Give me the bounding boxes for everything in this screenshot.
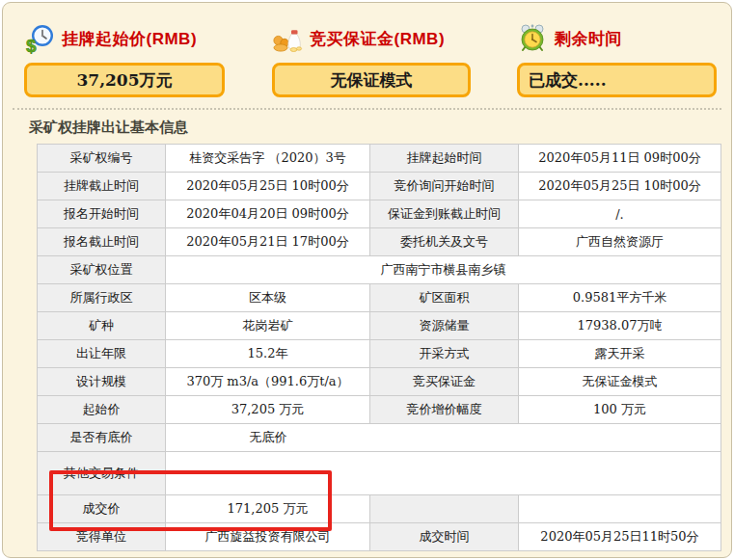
row-label-cell: 所属行政区 xyxy=(38,284,166,312)
row-value-cell: 15.2年 xyxy=(166,340,370,368)
row-label-cell: 矿种 xyxy=(38,312,166,340)
row-value-cell: 2020年05月25日11时50分 xyxy=(519,523,721,551)
row-value-cell: 2020年05月11日 09时00分 xyxy=(519,145,721,173)
table-row: 采矿权位置广西南宁市横县南乡镇 xyxy=(38,256,721,284)
row-value-cell: 171,205 万元 xyxy=(166,495,370,523)
remaining-time-section: 剩余时间 已成交..... xyxy=(517,20,717,97)
table-row: 报名截止时间2020年05月21日 17时00分委托机关及文号广西自然资源厅 xyxy=(38,228,721,256)
row-label-cell: 竞价询问开始时间 xyxy=(370,173,519,200)
row-value-cell xyxy=(166,452,721,495)
row-label-cell: 成交时间 xyxy=(370,523,519,551)
deposit-money-bag-icon xyxy=(272,23,303,54)
deposit-header: 竞买保证金(RMB) xyxy=(272,20,471,57)
row-value-cell: 2020年05月25日 10时00分 xyxy=(166,173,370,200)
start-price-section: $ 挂牌起始价(RMB) 37,205万元 xyxy=(24,20,225,97)
row-label-cell: 挂牌起始时间 xyxy=(370,145,519,173)
row-value-cell: 0.9581平方千米 xyxy=(519,284,721,312)
row-label-cell: 竞得单位 xyxy=(38,523,166,551)
deposit-section: 竞买保证金(RMB) 无保证模式 xyxy=(272,20,471,97)
table-row: 其他交易条件 xyxy=(38,452,721,495)
table-row: 挂牌截止时间2020年05月25日 10时00分竞价询问开始时间2020年05月… xyxy=(38,173,721,200)
row-label-cell: 矿区面积 xyxy=(370,284,519,312)
row-value-cell: 17938.07万吨 xyxy=(519,312,721,340)
table-row: 矿种花岗岩矿资源储量17938.07万吨 xyxy=(38,312,721,340)
info-table: 采矿权编号桂资交采告字 （2020）3号挂牌起始时间2020年05月11日 09… xyxy=(37,144,721,551)
info-table-body: 采矿权编号桂资交采告字 （2020）3号挂牌起始时间2020年05月11日 09… xyxy=(38,145,721,551)
row-label-cell: 竞价增价幅度 xyxy=(370,396,519,424)
row-label-cell: 其他交易条件 xyxy=(38,452,166,495)
row-label-cell: 资源储量 xyxy=(370,312,519,340)
table-row: 出让年限15.2年开采方式露天开采 xyxy=(38,340,721,368)
row-value-cell: 广西自然资源厅 xyxy=(519,228,721,256)
alarm-clock-icon xyxy=(517,23,548,54)
start-price-label: 挂牌起始价(RMB) xyxy=(62,28,197,50)
row-value-cell: 2020年04月20日 09时00分 xyxy=(166,200,370,228)
start-price-box: 37,205万元 xyxy=(24,63,225,97)
table-row: 采矿权编号桂资交采告字 （2020）3号挂牌起始时间2020年05月11日 09… xyxy=(38,145,721,173)
table-row: 报名开始时间2020年04月20日 09时00分保证金到账截止时间/. xyxy=(38,200,721,228)
row-label-cell xyxy=(370,495,519,523)
row-label-cell: 设计规模 xyxy=(38,368,166,396)
table-row: 成交价171,205 万元 xyxy=(38,495,721,523)
row-value-text: 无底价 xyxy=(166,429,370,446)
row-label-cell: 委托机关及文号 xyxy=(370,228,519,256)
row-label-cell: 开采方式 xyxy=(370,340,519,368)
row-value-cell: 无底价 xyxy=(166,424,721,452)
row-label-cell: 采矿权编号 xyxy=(38,145,166,173)
row-value-cell: 花岗岩矿 xyxy=(166,312,370,340)
row-label-cell: 保证金到账截止时间 xyxy=(370,200,519,228)
header-divider xyxy=(13,108,721,110)
remaining-time-label: 剩余时间 xyxy=(555,28,622,50)
table-row: 是否有底价无底价 xyxy=(38,424,721,452)
deposit-label: 竞买保证金(RMB) xyxy=(310,28,445,50)
row-value-cell: 37,205 万元 xyxy=(166,396,370,424)
row-value-cell: 广西旋益投资有限公司 xyxy=(166,523,370,551)
row-value-cell: /. xyxy=(519,200,721,228)
row-label-cell: 成交价 xyxy=(38,495,166,523)
row-value-cell: 广西南宁市横县南乡镇 xyxy=(166,256,721,284)
row-value-cell: 桂资交采告字 （2020）3号 xyxy=(166,145,370,173)
deposit-mode-box: 无保证模式 xyxy=(272,63,471,97)
section-title: 采矿权挂牌出让基本信息 xyxy=(29,119,188,137)
row-label-cell: 挂牌截止时间 xyxy=(38,173,166,200)
auction-detail-panel: $ 挂牌起始价(RMB) 37,205万元 竞买保证金(RMB) xyxy=(2,2,732,558)
table-row: 竞得单位广西旋益投资有限公司成交时间2020年05月25日11时50分 xyxy=(38,523,721,551)
remaining-time-header: 剩余时间 xyxy=(517,20,717,57)
row-value-cell: 100 万元 xyxy=(519,396,721,424)
table-row: 设计规模370万 m3/a（991.6万t/a）竞买保证金无保证金模式 xyxy=(38,368,721,396)
price-clock-icon: $ xyxy=(24,23,55,54)
row-value-cell: 2020年05月21日 17时00分 xyxy=(166,228,370,256)
row-label-cell: 报名截止时间 xyxy=(38,228,166,256)
row-value-cell: 无保证金模式 xyxy=(519,368,721,396)
row-value-cell: 370万 m3/a（991.6万t/a） xyxy=(166,368,370,396)
row-label-cell: 起始价 xyxy=(38,396,166,424)
start-price-header: $ 挂牌起始价(RMB) xyxy=(24,20,225,57)
row-label-cell: 是否有底价 xyxy=(38,424,166,452)
row-label-cell: 出让年限 xyxy=(38,340,166,368)
row-label-cell: 采矿权位置 xyxy=(38,256,166,284)
row-value-cell: 2020年05月25日 10时00分 xyxy=(519,173,721,200)
row-value-cell: 露天开采 xyxy=(519,340,721,368)
row-value-cell: 区本级 xyxy=(166,284,370,312)
row-value-cell xyxy=(519,495,721,523)
remaining-time-box: 已成交..... xyxy=(517,63,717,97)
row-label-cell: 竞买保证金 xyxy=(370,368,519,396)
table-row: 起始价37,205 万元竞价增价幅度100 万元 xyxy=(38,396,721,424)
row-label-cell: 报名开始时间 xyxy=(38,200,166,228)
svg-text:$: $ xyxy=(26,36,37,54)
table-row: 所属行政区区本级矿区面积0.9581平方千米 xyxy=(38,284,721,312)
